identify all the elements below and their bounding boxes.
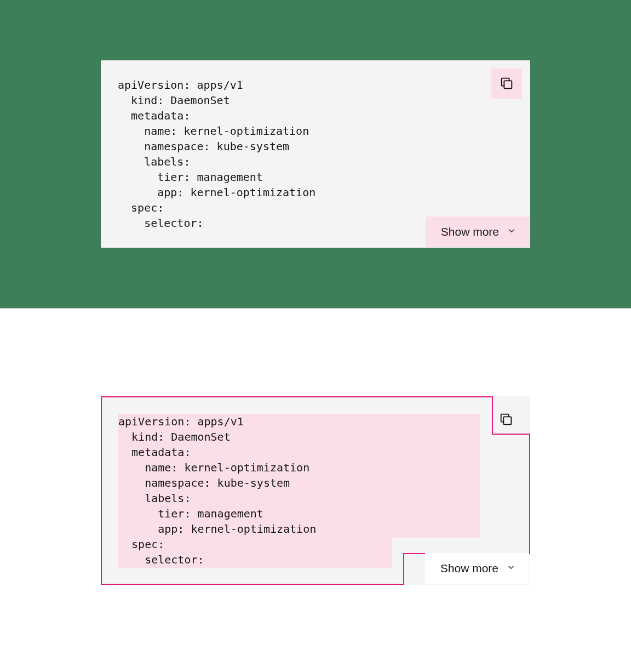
copy-icon: [498, 412, 514, 429]
code-snippet-block: apiVersion: apps/v1 kind: DaemonSet meta…: [101, 60, 530, 248]
copy-icon: [499, 76, 514, 93]
code-content[interactable]: apiVersion: apps/v1 kind: DaemonSet meta…: [118, 414, 513, 567]
chevron-down-icon: [506, 562, 516, 575]
show-more-label: Show more: [440, 562, 498, 575]
svg-rect-0: [504, 81, 512, 88]
copy-button[interactable]: [491, 69, 522, 99]
top-section: apiVersion: apps/v1 kind: DaemonSet meta…: [0, 0, 631, 308]
bottom-section: apiVersion: apps/v1 kind: DaemonSet meta…: [0, 308, 631, 672]
chevron-down-icon: [507, 225, 517, 238]
svg-rect-1: [503, 417, 511, 424]
show-more-button[interactable]: Show more: [425, 553, 529, 584]
show-more-label: Show more: [441, 225, 499, 238]
code-content[interactable]: apiVersion: apps/v1 kind: DaemonSet meta…: [118, 77, 513, 231]
copy-button[interactable]: [491, 405, 521, 436]
show-more-button[interactable]: Show more: [426, 217, 530, 247]
code-snippet-block-selected: apiVersion: apps/v1 kind: DaemonSet meta…: [101, 396, 530, 585]
